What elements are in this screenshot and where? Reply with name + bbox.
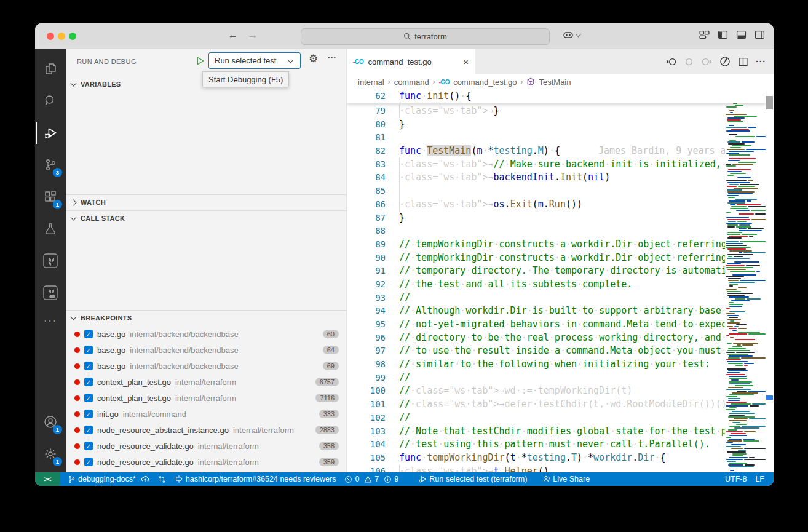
eol-indicator[interactable]: LF xyxy=(751,472,769,486)
breakpoint-checkbox[interactable]: ✓ xyxy=(84,378,93,386)
code-line[interactable]: 101//·class="ws·tab">→defer·testChdir(t,… xyxy=(347,398,774,411)
code-line[interactable]: 99// xyxy=(347,371,774,385)
code-line[interactable]: 89//·tempWorkingDir·constructs·a·workdir… xyxy=(347,238,774,252)
code-line[interactable]: 102// xyxy=(347,411,774,425)
split-editor-icon[interactable] xyxy=(738,57,748,67)
breakpoint-checkbox[interactable]: ✓ xyxy=(84,330,93,338)
additional-views-button[interactable]: ··· xyxy=(44,309,57,333)
line-number[interactable]: 92 xyxy=(347,278,386,292)
code-line[interactable]: 95//·not-yet-migrated·behaviors·in·comma… xyxy=(347,318,774,332)
breakpoint-checkbox[interactable]: ✓ xyxy=(84,458,93,466)
line-number[interactable]: 91 xyxy=(347,264,386,278)
history-forward-button[interactable]: → xyxy=(245,29,260,41)
manage-button[interactable]: 1 xyxy=(36,438,65,470)
encoding-indicator[interactable]: UTF-8 xyxy=(721,472,751,486)
code-line[interactable]: 84·class="ws·tab">→backendInit.Init(nil) xyxy=(347,171,774,185)
live-share-button[interactable]: Live Share xyxy=(537,472,594,486)
run-task-status[interactable]: Run selected test (terraform) xyxy=(414,472,531,486)
code-line[interactable]: 83·class="ws·tab">→//·Make·sure·backend·… xyxy=(347,158,774,172)
line-number[interactable]: 84 xyxy=(347,171,386,185)
line-number[interactable]: 99 xyxy=(347,371,386,385)
breakpoint-checkbox[interactable]: ✓ xyxy=(84,394,93,402)
breakpoint-row[interactable]: ✓context_plan_test.gointernal/terraform6… xyxy=(66,374,346,390)
code-line[interactable]: 98//·similar·to·the·following·when·initi… xyxy=(347,358,774,371)
breakpoint-checkbox[interactable]: ✓ xyxy=(84,362,93,370)
line-number[interactable]: 79 xyxy=(347,105,386,118)
code-line[interactable]: 106·class="ws·tab">→t.Helper() xyxy=(347,465,774,472)
line-number[interactable]: 86 xyxy=(347,198,386,212)
line-number[interactable]: 104 xyxy=(347,438,386,451)
line-number[interactable]: 83 xyxy=(347,158,386,172)
breakpoint-checkbox[interactable]: ✓ xyxy=(84,442,93,450)
line-number[interactable]: 106 xyxy=(347,465,386,472)
line-number[interactable]: 96 xyxy=(347,332,386,345)
views-and-more-actions-button[interactable]: … xyxy=(327,50,337,60)
line-number[interactable]: 89 xyxy=(347,238,386,252)
sidebar-item-search[interactable] xyxy=(36,85,65,117)
breakpoint-row[interactable]: ✓base.gointernal/backend/backendbase69 xyxy=(66,358,346,374)
breakpoint-checkbox[interactable]: ✓ xyxy=(84,346,93,354)
breadcrumb-folder[interactable]: command xyxy=(394,77,429,87)
line-number[interactable]: 90 xyxy=(347,252,386,265)
problems-status[interactable]: 0 7 9 xyxy=(340,472,403,486)
customize-layout-icon[interactable] xyxy=(699,30,710,40)
sidebar-item-terraform[interactable] xyxy=(36,245,65,277)
sidebar-item-extensions[interactable]: 1 xyxy=(36,181,65,213)
pull-request-status[interactable]: hashicorp/terraform#36524 needs reviewer… xyxy=(170,472,341,486)
code-line[interactable]: 85 xyxy=(347,185,774,198)
breakpoint-row[interactable]: ✓context_plan_test.gointernal/terraform7… xyxy=(66,390,346,406)
close-window-button[interactable] xyxy=(47,33,54,40)
code-line[interactable]: 91//·temporary·directory.·The·temporary·… xyxy=(347,264,774,278)
back-in-graph-icon[interactable] xyxy=(666,57,676,67)
minimize-window-button[interactable] xyxy=(58,33,65,40)
code-line[interactable]: 79·class="ws·tab">→} xyxy=(347,105,774,118)
line-number[interactable]: 103 xyxy=(347,425,386,439)
minimap[interactable] xyxy=(725,90,766,472)
code-line[interactable]: 100//·class="ws·tab">→wd·:=·tempWorkingD… xyxy=(347,384,774,398)
sidebar-item-testing[interactable] xyxy=(36,213,65,245)
code-line[interactable]: 82func·TestMain(m·*testing.M)·{James Bar… xyxy=(347,145,774,158)
breakpoint-checkbox[interactable]: ✓ xyxy=(84,410,93,418)
line-number[interactable]: 101 xyxy=(347,398,386,411)
breakpoint-row[interactable]: ✓base.gointernal/backend/backendbase60 xyxy=(66,326,346,342)
code-line[interactable]: 97//·to·use·the·result·inside·a·command.… xyxy=(347,344,774,358)
line-number[interactable]: 95 xyxy=(347,318,386,332)
breakpoint-checkbox[interactable]: ✓ xyxy=(84,426,93,434)
line-number[interactable]: 98 xyxy=(347,358,386,371)
remote-indicator[interactable]: >< xyxy=(35,472,60,486)
accounts-button[interactable]: 1 xyxy=(36,406,65,438)
code-line[interactable]: 88 xyxy=(347,224,774,238)
breadcrumb-symbol[interactable]: TestMain xyxy=(539,77,571,87)
line-number[interactable]: 62 xyxy=(347,90,386,103)
code-line[interactable]: 87} xyxy=(347,212,774,225)
more-actions-button[interactable]: ··· xyxy=(756,57,766,66)
command-center-search[interactable]: terraform xyxy=(301,28,550,45)
sidebar-item-explorer[interactable] xyxy=(36,53,65,85)
sidebar-item-source-control[interactable]: 3 xyxy=(36,149,65,181)
line-number[interactable]: 105 xyxy=(347,451,386,465)
close-tab-icon[interactable]: × xyxy=(463,57,469,67)
toggle-panel-icon[interactable] xyxy=(736,30,747,40)
line-number[interactable]: 102 xyxy=(347,411,386,425)
breakpoint-row[interactable]: ✓init.gointernal/command333 xyxy=(66,406,346,422)
line-number[interactable]: 85 xyxy=(347,185,386,198)
start-debugging-button[interactable] xyxy=(192,53,207,69)
code-line[interactable]: 93// xyxy=(347,292,774,305)
sidebar-item-run-and-debug[interactable] xyxy=(36,117,65,149)
line-number[interactable]: 88 xyxy=(347,224,386,238)
section-call-stack[interactable]: CALL STACK xyxy=(66,210,346,226)
breadcrumb-file[interactable]: command_test.go xyxy=(453,77,517,87)
breakpoint-row[interactable]: ✓base.gointernal/backend/backendbase64 xyxy=(66,342,346,358)
code-line[interactable]: 104//·test·using·this·pattern·must·never… xyxy=(347,438,774,451)
copilot-menu-button[interactable] xyxy=(562,29,580,41)
breakpoint-row[interactable]: ✓node_resource_abstract_instance.gointer… xyxy=(66,422,346,438)
line-number[interactable]: 97 xyxy=(347,344,386,358)
line-number[interactable]: 94 xyxy=(347,304,386,318)
code-line[interactable]: 92//·the·test·and·all·its·subtests·compl… xyxy=(347,278,774,292)
line-number[interactable]: 93 xyxy=(347,292,386,305)
history-back-button[interactable]: ← xyxy=(226,29,240,41)
commit-graph-icon[interactable] xyxy=(719,56,731,67)
code-line[interactable]: 81 xyxy=(347,131,774,145)
code-line[interactable]: 94//·Although·workdir.Dir·is·built·to·su… xyxy=(347,304,774,318)
tab-command-test-go[interactable]: -GO command_test.go × xyxy=(347,49,475,74)
